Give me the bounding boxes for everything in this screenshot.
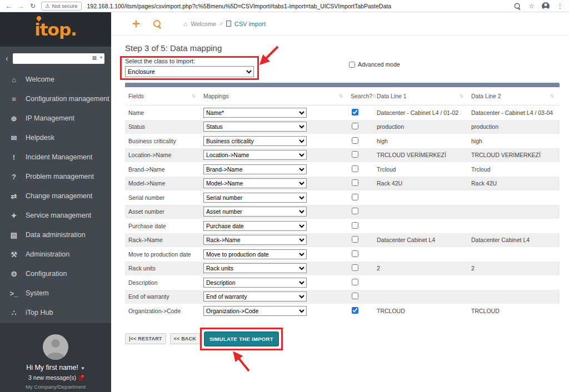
restart-button[interactable]: |<< RESTART bbox=[125, 333, 166, 344]
mapping-select[interactable]: Location->Name bbox=[203, 150, 307, 160]
data-line-2-value: 2 bbox=[468, 265, 558, 272]
sidebar-item-configuration-management[interactable]: ≡ Configuration management bbox=[0, 89, 111, 109]
sidebar-item-itop-hub[interactable]: ∴ iTop Hub bbox=[0, 303, 111, 323]
user-menu[interactable]: Hi My first name!▼ bbox=[0, 364, 111, 371]
breadcrumb-home[interactable]: Welcome bbox=[191, 21, 216, 27]
breadcrumb-current[interactable]: CSV import bbox=[234, 21, 266, 27]
sidebar-item-welcome[interactable]: ⌂ Welcome bbox=[0, 70, 111, 89]
search-checkbox[interactable] bbox=[352, 165, 358, 172]
search-checkbox[interactable] bbox=[352, 279, 358, 285]
field-label: Asset number bbox=[125, 208, 200, 215]
bookmark-star-icon[interactable]: ☆ bbox=[528, 2, 535, 10]
mapping-select[interactable]: Rack units bbox=[203, 263, 307, 273]
zoom-icon[interactable] bbox=[515, 3, 521, 9]
home-icon[interactable]: ⌂ bbox=[183, 20, 187, 28]
search-checkbox[interactable] bbox=[352, 208, 358, 214]
sidebar-item-system[interactable]: >_ System bbox=[0, 284, 111, 303]
sidebar-item-problem-management[interactable]: ? Problem management bbox=[0, 167, 111, 187]
user-greeting: Hi My first name! bbox=[26, 364, 78, 371]
hierarchy-icon[interactable]: ▦ bbox=[92, 55, 97, 61]
field-label: Status bbox=[125, 123, 200, 130]
search-checkbox[interactable] bbox=[352, 179, 358, 186]
search-checkbox[interactable] bbox=[352, 293, 358, 299]
mapping-table: Fields ⇅ Mappings ⇅ Search? ⇅ Data Line … bbox=[125, 83, 560, 318]
csv-import-wizard: Step 3 of 5: Data mapping Select the cla… bbox=[125, 36, 560, 346]
search-checkbox[interactable] bbox=[352, 307, 358, 314]
sidebar-item-helpdesk[interactable]: ✉ Helpdesk bbox=[0, 128, 111, 148]
home-icon: ⌂ bbox=[9, 76, 19, 84]
globe-icon: ⊕ bbox=[9, 114, 19, 123]
sidebar-item-service-management[interactable]: ✦ Service management bbox=[0, 206, 111, 225]
sort-icon[interactable]: ⇅ bbox=[191, 93, 196, 99]
sort-icon[interactable]: ⇅ bbox=[550, 93, 554, 99]
browser-profile-avatar[interactable] bbox=[542, 2, 550, 10]
search-checkbox[interactable] bbox=[352, 137, 358, 144]
class-select[interactable]: Enclosure bbox=[125, 66, 254, 77]
sidebar-item-data-administration[interactable]: ▤ Data administration bbox=[0, 225, 111, 245]
data-line-1-value: high bbox=[373, 138, 468, 144]
search-checkbox[interactable] bbox=[352, 194, 358, 200]
data-line-1-value: Datacenter - Cabinet L4 / 01-02 bbox=[373, 109, 468, 116]
mapping-select[interactable]: Status bbox=[203, 122, 307, 132]
sidebar-item-administration[interactable]: ⚒ Administration bbox=[0, 245, 111, 264]
mapping-select[interactable]: Serial number bbox=[203, 193, 307, 203]
new-object-icon[interactable]: + bbox=[132, 17, 140, 31]
sidebar-item-incident-management[interactable]: ! Incident Management bbox=[0, 148, 111, 167]
search-icon[interactable] bbox=[153, 20, 161, 28]
chevron-down-icon[interactable]: ▾ bbox=[100, 55, 102, 60]
back-button[interactable]: << BACK bbox=[170, 333, 200, 344]
mapping-select[interactable]: End of warranty bbox=[203, 292, 307, 301]
mapping-select[interactable]: Business criticality bbox=[203, 136, 307, 146]
advanced-mode-checkbox[interactable] bbox=[349, 62, 355, 68]
mapping-select[interactable]: Brand->Name bbox=[203, 164, 307, 174]
mapping-select[interactable]: Rack->Name bbox=[203, 235, 307, 245]
search-checkbox[interactable] bbox=[352, 250, 358, 257]
mapping-select[interactable]: Move to production date bbox=[203, 249, 307, 259]
search-checkbox[interactable] bbox=[352, 109, 358, 115]
advanced-mode-toggle[interactable]: Advanced mode bbox=[349, 61, 400, 68]
security-chip[interactable]: ⚠ Not secure bbox=[41, 2, 81, 11]
sort-icon[interactable]: ⇅ bbox=[459, 93, 463, 99]
mapping-select[interactable]: Organization->Code bbox=[203, 306, 307, 316]
class-select-label: Select the class to import: bbox=[125, 58, 560, 64]
mapping-table-body: Name Name* Datacenter - Cabinet L4 / 01-… bbox=[125, 105, 560, 318]
messages-link[interactable]: 3 new message(s) bbox=[0, 374, 111, 381]
search-checkbox[interactable] bbox=[352, 236, 358, 243]
search-checkbox[interactable] bbox=[352, 151, 358, 158]
mapping-select[interactable]: Asset number bbox=[203, 207, 307, 217]
table-row: End of warranty End of warranty bbox=[125, 290, 560, 304]
mapping-select[interactable]: Name* bbox=[203, 108, 307, 118]
column-header-fields[interactable]: Fields ⇅ bbox=[125, 93, 200, 99]
browser-menu-icon[interactable]: ⋮ bbox=[557, 2, 563, 10]
back-icon[interactable]: ← bbox=[6, 2, 12, 10]
column-header-data-line-1[interactable]: Data Line 1 ⇅ bbox=[373, 93, 468, 99]
itop-logo[interactable]: itop. bbox=[34, 19, 77, 39]
table-accent-bar bbox=[125, 83, 560, 87]
sidebar-item-ip-management[interactable]: ⊕ IP Management bbox=[0, 109, 111, 128]
mapping-select[interactable]: Purchase date bbox=[203, 221, 307, 231]
sort-icon[interactable]: ⇅ bbox=[338, 93, 343, 99]
address-bar[interactable]: 192.168.1.100/itsm/pages/csvimport.php?c… bbox=[87, 3, 391, 9]
field-label: Move to production date bbox=[125, 251, 200, 258]
sidebar-search-input[interactable] bbox=[13, 53, 104, 64]
table-row: Rack->Name Rack->Name Datacenter Cabinet… bbox=[125, 233, 560, 248]
refresh-icon[interactable]: ↻ bbox=[30, 2, 36, 10]
data-line-2-value: Datacenter - Cabinet L4 / 03-04 bbox=[468, 109, 558, 116]
table-row: Asset number Asset number bbox=[125, 205, 560, 219]
sidebar-item-configuration[interactable]: ⚙ Configuration bbox=[0, 264, 111, 284]
search-checkbox[interactable] bbox=[352, 264, 358, 271]
mapping-select[interactable]: Model->Name bbox=[203, 178, 307, 188]
chevron-down-icon: ▼ bbox=[81, 366, 85, 371]
column-header-mappings[interactable]: Mappings ⇅ bbox=[200, 93, 347, 99]
sidebar-item-change-management[interactable]: ⇄ Change management bbox=[0, 187, 111, 206]
field-label: Name bbox=[125, 109, 200, 116]
data-line-2-value: Trcloud bbox=[468, 166, 558, 173]
search-checkbox[interactable] bbox=[352, 222, 358, 229]
simulate-import-button[interactable]: SIMULATE THE IMPORT bbox=[204, 331, 279, 346]
sidebar-collapse-icon[interactable]: ‹ bbox=[6, 54, 8, 62]
column-header-data-line-2[interactable]: Data Line 2 ⇅ bbox=[468, 93, 558, 99]
search-checkbox[interactable] bbox=[352, 123, 358, 129]
column-header-search[interactable]: Search? ⇅ bbox=[347, 93, 373, 99]
forward-icon[interactable]: → bbox=[18, 2, 24, 10]
mapping-select[interactable]: Description bbox=[203, 278, 307, 288]
